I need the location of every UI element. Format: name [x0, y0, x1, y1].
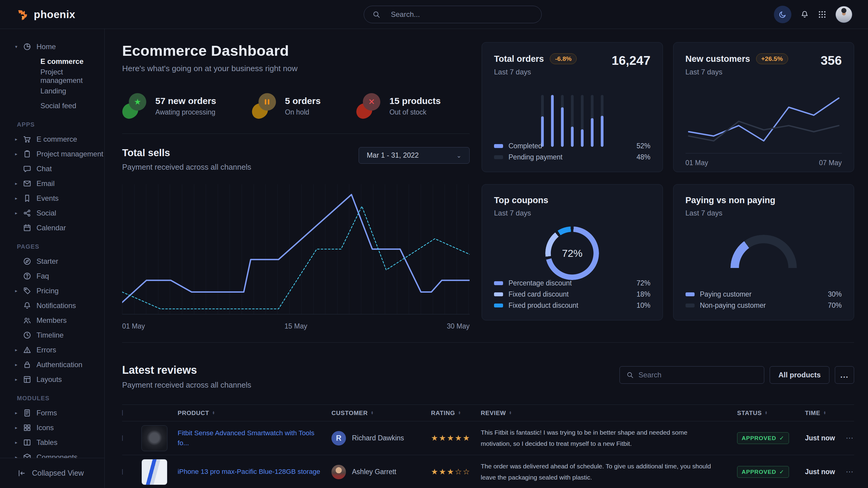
- sidebar-item-members[interactable]: Members: [0, 313, 104, 328]
- sidebar-item-label: Faq: [36, 272, 49, 280]
- new-customers-card: New customers +26.5% Last 7 days 356 01 …: [673, 42, 855, 172]
- column-header-customer[interactable]: CUSTOMER▲▼: [332, 410, 431, 417]
- calendar-icon: [23, 224, 31, 232]
- sidebar-item-tables[interactable]: ▸ Tables: [0, 435, 104, 450]
- reviews-search-input[interactable]: [639, 371, 757, 379]
- check-icon: ✓: [779, 435, 784, 442]
- donut-center-label: 72%: [545, 226, 599, 280]
- sidebar-item-label: Email: [36, 180, 55, 188]
- global-search-input[interactable]: [391, 10, 533, 19]
- coupons-legend: Percentage discount 72% Fixed card disco…: [494, 278, 651, 311]
- sidebar-subitem-e-commerce[interactable]: E commerce: [0, 54, 104, 69]
- sidebar-item-social[interactable]: ▸ Social: [0, 205, 104, 220]
- sort-icon: ▲▼: [824, 411, 826, 415]
- legend-value: 18%: [637, 290, 650, 298]
- sidebar-subitem-project-management[interactable]: Project management: [0, 69, 104, 84]
- sidebar-item-errors[interactable]: ▸ Errors: [0, 343, 104, 357]
- brand-logo[interactable]: phoenix: [16, 8, 75, 21]
- collapse-sidebar-button[interactable]: Collapsed View: [0, 458, 104, 488]
- x-axis-label: 01 May: [685, 159, 708, 167]
- sidebar-subitem-social-feed[interactable]: Social feed: [0, 98, 104, 113]
- sidebar-item-project-management[interactable]: ▸ Project management: [0, 147, 104, 161]
- stat-icon: [252, 93, 278, 119]
- row-checkbox[interactable]: [122, 435, 123, 441]
- grid-icon: [23, 423, 31, 432]
- date-range-picker[interactable]: Mar 1 - 31, 2022 ⌄: [359, 147, 470, 164]
- row-more-button[interactable]: ⋯: [846, 433, 854, 443]
- bar: [601, 95, 603, 147]
- reviews-more-button[interactable]: ...: [835, 366, 854, 384]
- select-all-checkbox[interactable]: [122, 410, 123, 416]
- paying-legend: Paying customer 30% Non-paying customer …: [685, 289, 842, 311]
- caret-icon: ▸: [15, 196, 23, 201]
- share-icon: [23, 209, 31, 217]
- sidebar-item-chat[interactable]: Chat: [0, 161, 104, 176]
- total-orders-value: 16,247: [612, 53, 650, 68]
- column-header-status[interactable]: STATUS▲▼: [737, 410, 805, 417]
- customer-avatar: R: [332, 431, 346, 446]
- sidebar-item-label: Social: [36, 209, 56, 217]
- notifications-button[interactable]: [801, 9, 809, 20]
- sidebar-subitem-landing[interactable]: Landing: [0, 84, 104, 98]
- column-header-review[interactable]: REVIEW▲▼: [481, 410, 737, 417]
- total-sells-chart: [122, 184, 470, 314]
- top-navbar: phoenix: [0, 0, 868, 29]
- stat-on-hold: 5 orders On hold: [252, 93, 320, 119]
- customer-name: Ashley Garrett: [352, 468, 396, 476]
- sidebar-item-e-commerce[interactable]: ▸ E commerce: [0, 132, 104, 147]
- review-row: Fitbit Sense Advanced Smartwatch with To…: [122, 421, 854, 455]
- sidebar-item-home[interactable]: ▾ Home: [0, 39, 104, 54]
- bell-icon: [23, 301, 31, 310]
- row-checkbox[interactable]: [122, 469, 123, 475]
- sidebar-item-notifications[interactable]: Notifications: [0, 298, 104, 313]
- column-header-product[interactable]: PRODUCT▲▼: [178, 410, 332, 417]
- column-label: TIME: [805, 410, 820, 417]
- profile-avatar[interactable]: [835, 6, 852, 23]
- customer-name: Richard Dawkins: [352, 434, 404, 442]
- sidebar-item-starter[interactable]: Starter: [0, 254, 104, 268]
- product-thumbnail-iphone[interactable]: [142, 459, 167, 485]
- grid-dots-icon: [818, 10, 826, 19]
- compass-icon: [23, 257, 31, 265]
- total-orders-card: Total orders -6.8% Last 7 days 16,247 Co…: [482, 42, 663, 172]
- sidebar-item-label: Calendar: [36, 224, 66, 232]
- sidebar-item-forms[interactable]: ▸ Forms: [0, 405, 104, 420]
- theme-toggle-button[interactable]: [774, 6, 792, 23]
- sidebar-item-events[interactable]: ▸ Events: [0, 191, 104, 205]
- sidebar-item-timeline[interactable]: Timeline: [0, 328, 104, 343]
- warning-icon: [23, 346, 31, 354]
- sidebar-item-layouts[interactable]: ▸ Layouts: [0, 372, 104, 387]
- row-more-button[interactable]: ⋯: [846, 467, 854, 477]
- app-launcher-button[interactable]: [818, 10, 826, 19]
- global-search[interactable]: [364, 6, 542, 23]
- sidebar-item-calendar[interactable]: Calendar: [0, 220, 104, 235]
- table-icon: [23, 438, 31, 447]
- product-link[interactable]: Fitbit Sense Advanced Smartwatch with To…: [178, 429, 315, 447]
- bell-icon: [801, 9, 809, 20]
- sidebar-item-authentication[interactable]: ▸ Authentication: [0, 357, 104, 372]
- legend-value: 48%: [637, 153, 650, 161]
- sort-icon: ▲▼: [212, 411, 215, 415]
- sidebar-item-components[interactable]: ▸ Components: [0, 450, 104, 458]
- card-title: Top coupons: [494, 195, 548, 205]
- collapse-label: Collapsed View: [32, 469, 84, 478]
- top-coupons-card: Top coupons Last 7 days 72% Percentage d…: [482, 184, 663, 320]
- sidebar-item-pricing[interactable]: ▸ Pricing: [0, 283, 104, 298]
- sidebar-item-email[interactable]: ▸ Email: [0, 176, 104, 191]
- column-header-rating[interactable]: RATING▲▼: [431, 410, 481, 417]
- sidebar-item-icons[interactable]: ▸ Icons: [0, 420, 104, 435]
- column-header-time[interactable]: TIME▲▼: [805, 410, 846, 417]
- legend-row-pending-payment: Pending payment 48%: [494, 152, 651, 163]
- reviews-search[interactable]: [619, 366, 764, 384]
- bar: [561, 95, 564, 147]
- main-content: Ecommerce Dashboard Here's what's going …: [105, 29, 868, 488]
- phoenix-logo-icon: [16, 8, 29, 21]
- sidebar-item-faq[interactable]: Faq: [0, 268, 104, 283]
- stat-awating-processing: ★ 57 new orders Awating processing: [122, 93, 216, 119]
- product-link[interactable]: iPhone 13 pro max-Pacific Blue-128GB sto…: [178, 468, 331, 475]
- review-time: Just now: [805, 434, 846, 442]
- card-title: New customers: [685, 54, 750, 64]
- all-products-button[interactable]: All products: [770, 366, 829, 384]
- page-title: Ecommerce Dashboard: [122, 42, 470, 59]
- product-thumbnail-watch[interactable]: [142, 425, 167, 451]
